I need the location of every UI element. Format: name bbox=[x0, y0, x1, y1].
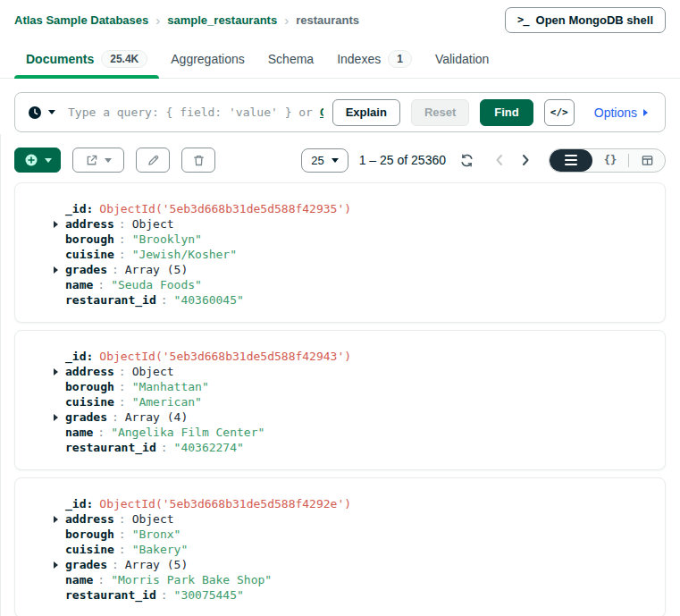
key-value-separator: : bbox=[112, 557, 119, 572]
field-key: restaurant_id bbox=[65, 587, 156, 603]
expand-caret-icon[interactable] bbox=[54, 221, 65, 228]
table-view-button[interactable] bbox=[629, 149, 665, 172]
key-value-separator: : bbox=[119, 542, 126, 557]
key-value-separator: : bbox=[161, 587, 168, 603]
field-value: Object bbox=[132, 216, 174, 232]
breadcrumb-collection: restaurants bbox=[296, 13, 359, 27]
chevron-down-icon bbox=[332, 158, 339, 163]
expand-caret-icon[interactable] bbox=[54, 561, 65, 569]
key-value-separator: : bbox=[119, 394, 126, 409]
json-view-button[interactable]: {} bbox=[592, 149, 628, 172]
chevron-right-icon bbox=[518, 153, 533, 167]
options-label: Options bbox=[594, 105, 637, 120]
chevron-down-icon bbox=[105, 158, 112, 163]
field-key: _id: bbox=[65, 349, 93, 364]
refresh-icon bbox=[459, 153, 474, 168]
list-view-button[interactable] bbox=[550, 149, 592, 172]
breadcrumb-database-group[interactable]: Atlas Sample Databases bbox=[14, 13, 148, 27]
expand-caret-icon[interactable] bbox=[54, 368, 65, 376]
breadcrumb-separator-icon: › bbox=[284, 13, 289, 27]
field-value: "Angelika Film Center" bbox=[111, 425, 264, 440]
export-icon bbox=[85, 154, 98, 167]
field-key: grades bbox=[65, 409, 107, 425]
braces-icon: {} bbox=[604, 154, 617, 166]
key-value-separator: : bbox=[161, 292, 168, 308]
key-value-separator: : bbox=[119, 379, 126, 394]
field-value: "Bronx" bbox=[132, 527, 181, 542]
expand-caret-icon[interactable] bbox=[54, 516, 65, 523]
edit-document-button[interactable] bbox=[136, 148, 170, 173]
expand-caret-icon[interactable] bbox=[54, 414, 65, 421]
expand-caret-icon[interactable] bbox=[54, 266, 65, 274]
find-button[interactable]: Find bbox=[480, 99, 533, 126]
query-placeholder: Type a query: { field: 'value' } or bbox=[68, 105, 320, 119]
reset-button[interactable]: Reset bbox=[411, 99, 469, 126]
query-input[interactable]: Type a query: { field: 'value' } or Gene bbox=[68, 105, 323, 119]
field-row: name:"Angelika Film Center" bbox=[65, 425, 651, 440]
field-row: address:Object bbox=[65, 511, 651, 527]
field-row: restaurant_id:"30075445" bbox=[65, 587, 651, 603]
tab-label: Indexes bbox=[337, 52, 381, 66]
field-key: borough bbox=[65, 527, 114, 542]
field-value: "30075445" bbox=[174, 587, 244, 603]
breadcrumb-database[interactable]: sample_restaurants bbox=[167, 13, 277, 27]
field-key: cuisine bbox=[65, 247, 114, 262]
field-value: "Jewish/Kosher" bbox=[132, 247, 237, 262]
document-card[interactable]: _id:ObjectId('5eb3d668b31de5d588f42943')… bbox=[14, 330, 666, 470]
field-value: "Brooklyn" bbox=[132, 232, 202, 247]
field-row: cuisine:"Bakery" bbox=[65, 542, 651, 557]
open-mongodb-shell-button[interactable]: >_ Open MongoDB shell bbox=[505, 7, 666, 33]
page-size-select[interactable]: 25 bbox=[301, 148, 348, 173]
tab-indexes[interactable]: Indexes 1 bbox=[325, 39, 424, 78]
field-key: address bbox=[65, 364, 114, 379]
shell-button-label: Open MongoDB shell bbox=[536, 13, 653, 27]
explain-button[interactable]: Explain bbox=[332, 99, 400, 126]
delete-document-button[interactable] bbox=[181, 148, 215, 173]
plus-circle-icon bbox=[24, 153, 38, 167]
chevron-down-icon bbox=[48, 110, 55, 114]
field-key: restaurant_id bbox=[65, 292, 156, 308]
field-key: _id: bbox=[65, 201, 93, 216]
field-value: Array (5) bbox=[125, 557, 188, 572]
prev-page-button[interactable] bbox=[492, 153, 507, 167]
field-value: ObjectId('5eb3d668b31de5d588f42935') bbox=[99, 201, 351, 216]
document-card[interactable]: _id:ObjectId('5eb3d668b31de5d588f4292e')… bbox=[14, 477, 666, 616]
field-value: "Morris Park Bake Shop" bbox=[111, 572, 272, 587]
field-value: "Bakery" bbox=[132, 542, 189, 557]
refresh-button[interactable] bbox=[459, 153, 474, 168]
documents-list: _id:ObjectId('5eb3d668b31de5d588f42935')… bbox=[14, 182, 666, 616]
key-value-separator: : bbox=[97, 572, 105, 587]
key-value-separator: : bbox=[112, 262, 119, 277]
panel-edge-divider bbox=[0, 134, 1, 616]
field-value: Array (5) bbox=[125, 262, 188, 277]
key-value-separator: : bbox=[119, 247, 126, 262]
query-history-dropdown[interactable] bbox=[28, 105, 59, 120]
field-value: "American" bbox=[132, 394, 202, 409]
field-key: name bbox=[65, 425, 93, 440]
table-view-icon bbox=[641, 154, 654, 167]
add-data-button[interactable] bbox=[14, 148, 61, 173]
field-value: Object bbox=[132, 511, 174, 527]
field-value: ObjectId('5eb3d668b31de5d588f42943') bbox=[99, 349, 351, 364]
tab-documents[interactable]: Documents 25.4K bbox=[14, 39, 159, 78]
tab-schema[interactable]: Schema bbox=[256, 39, 325, 78]
field-key: grades bbox=[65, 262, 107, 277]
key-value-separator: : bbox=[112, 409, 119, 425]
field-row: address:Object bbox=[65, 364, 651, 379]
field-key: borough bbox=[65, 232, 114, 247]
field-row: restaurant_id:"40360045" bbox=[65, 292, 651, 308]
document-card[interactable]: _id:ObjectId('5eb3d668b31de5d588f42935')… bbox=[14, 182, 666, 323]
next-page-button[interactable] bbox=[518, 153, 533, 167]
query-options-toggle[interactable]: Options bbox=[594, 105, 648, 120]
generate-query-link[interactable]: Gene bbox=[320, 105, 323, 119]
chevron-right-icon bbox=[643, 109, 648, 116]
tab-validation[interactable]: Validation bbox=[424, 39, 500, 78]
view-switcher: {} bbox=[549, 148, 666, 173]
key-value-separator: : bbox=[119, 511, 126, 527]
code-toggle-button[interactable]: </> bbox=[544, 99, 575, 126]
tab-aggregations[interactable]: Aggregations bbox=[159, 39, 256, 78]
field-row: borough:"Brooklyn" bbox=[65, 232, 651, 247]
breadcrumb-separator-icon: › bbox=[155, 13, 160, 27]
field-row: grades:Array (4) bbox=[65, 409, 651, 425]
export-collection-button[interactable] bbox=[72, 148, 124, 173]
